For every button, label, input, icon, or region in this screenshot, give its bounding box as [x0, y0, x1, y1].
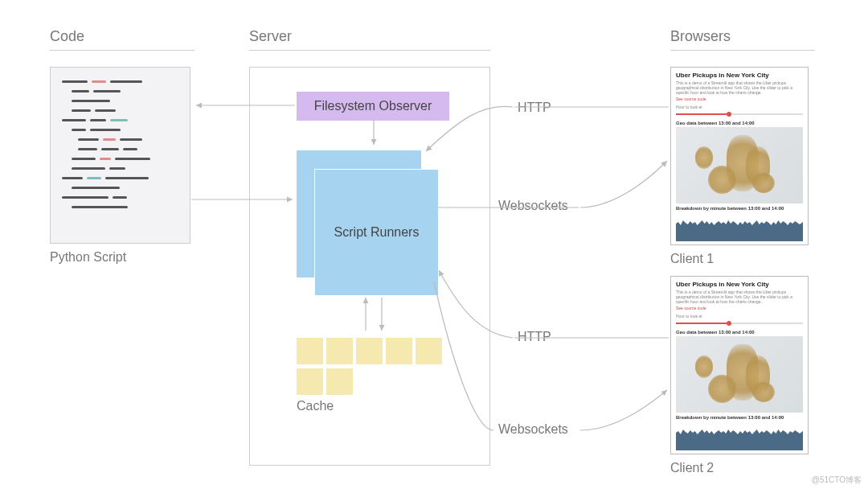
- cache-label: Cache: [297, 399, 334, 413]
- svg-marker-1: [676, 429, 803, 450]
- browser-card-1: Uber Pickups in New York City This is a …: [670, 67, 809, 245]
- code-column: Code Python Script: [50, 28, 194, 265]
- geo-map: [676, 127, 803, 203]
- hour-slider: [676, 320, 803, 327]
- browser-app-desc: This is a demo of a Streamlit app that s…: [676, 80, 803, 95]
- label-ws-2: Websockets: [495, 422, 571, 437]
- code-caption: Python Script: [50, 250, 194, 265]
- slider-label: Hour to look at: [676, 105, 803, 109]
- cache-cell: [326, 368, 353, 395]
- browser-source-link: See source code: [676, 97, 803, 101]
- cache-cell: [416, 338, 442, 364]
- geo-map: [676, 336, 803, 413]
- breakdown-chart: [676, 212, 803, 241]
- watermark: @51CTO博客: [812, 475, 862, 486]
- code-column-title: Code: [50, 28, 194, 51]
- svg-marker-0: [676, 220, 803, 241]
- browser-source-link: See source code: [676, 306, 803, 310]
- browser-app-title: Uber Pickups in New York City: [676, 281, 803, 288]
- server-box: Filesystem Observer Script Runners Cache: [249, 67, 490, 466]
- cache-row-1: [297, 338, 442, 364]
- breakdown-section-title: Breakdown by minute between 13:00 and 14…: [676, 206, 803, 211]
- browser-card-2: Uber Pickups in New York City This is a …: [670, 276, 809, 454]
- cache-cell: [326, 338, 353, 364]
- filesystem-observer-box: Filesystem Observer: [297, 92, 449, 121]
- browsers-column: Browsers Uber Pickups in New York City T…: [670, 28, 815, 475]
- browser-app-desc: This is a demo of a Streamlit app that s…: [676, 290, 803, 304]
- client2-caption: Client 2: [670, 461, 815, 475]
- hour-slider: [676, 111, 803, 117]
- breakdown-chart: [676, 421, 803, 450]
- cache-row-2: [297, 368, 353, 395]
- geo-section-title: Geo data between 13:00 and 14:00: [676, 330, 803, 335]
- label-ws-1: Websockets: [495, 199, 571, 213]
- geo-section-title: Geo data between 13:00 and 14:00: [676, 121, 803, 125]
- cache-cell: [297, 368, 323, 395]
- cache-cell: [356, 338, 383, 364]
- label-http-1: HTTP: [514, 101, 555, 115]
- server-column-title: Server: [249, 28, 490, 51]
- server-column: Server Filesystem Observer Script Runner…: [249, 28, 490, 466]
- script-runner-front: Script Runners: [314, 169, 439, 296]
- label-http-2: HTTP: [514, 330, 555, 344]
- cache-cell: [297, 338, 323, 364]
- cache-cell: [386, 338, 412, 364]
- browser-app-title: Uber Pickups in New York City: [676, 72, 803, 79]
- python-script-box: [50, 67, 190, 244]
- browsers-column-title: Browsers: [670, 28, 815, 51]
- breakdown-section-title: Breakdown by minute between 13:00 and 14…: [676, 415, 803, 420]
- client1-caption: Client 1: [670, 252, 815, 266]
- slider-label: Hour to look at: [676, 314, 803, 318]
